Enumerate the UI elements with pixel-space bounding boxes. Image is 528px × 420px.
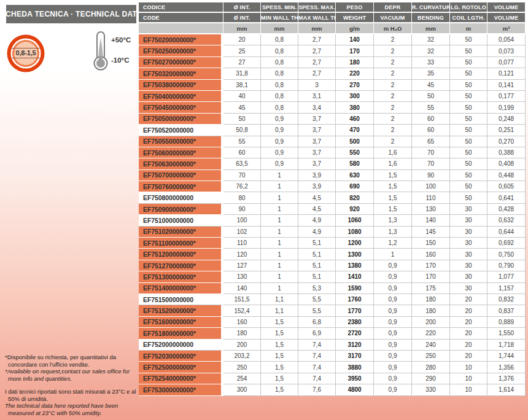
table-row: EF750600000000*600,93,75501,670500,388 [139, 147, 526, 158]
cell-value: 2 [374, 114, 412, 125]
table-row: EF751100000000*11015,112001,2150300,692 [139, 238, 526, 249]
cell-value: 27 [223, 57, 261, 68]
cell-value: 0,9 [261, 158, 298, 169]
cell-value: 290 [412, 373, 450, 384]
cell-value: 1,5 [261, 373, 298, 384]
footnote-it-request: *Disponibile su richiesta, per quantitat… [5, 354, 138, 368]
header-it-0: CODICE [139, 2, 223, 13]
cell-value: 50 [450, 45, 487, 56]
cell-code: EF751400000000* [139, 283, 223, 294]
cell-value: 60 [412, 114, 450, 125]
cell-value: 35 [412, 68, 450, 79]
cell-value: 20 [223, 34, 261, 45]
cell-value: 6,9 [298, 328, 336, 339]
cell-value: 1,5 [374, 204, 412, 215]
cell-value: 38,1 [223, 80, 261, 91]
cell-value: 2 [374, 45, 412, 56]
cell-code: EF751500000000 [139, 294, 223, 305]
header-en-3: MAX WALL TH. [298, 13, 336, 23]
table-row: EF750500000000*500,93,7460260500,248 [139, 114, 526, 125]
cell-value: 1,718 [487, 340, 526, 351]
cell-value: 2 [374, 91, 412, 102]
cell-code: EF750270000000* [139, 57, 223, 68]
cell-value: 1,5 [261, 384, 298, 395]
cell-value: 32 [412, 34, 450, 45]
cell-value: 0,8 [261, 34, 298, 45]
cell-value: 1,376 [487, 373, 526, 384]
cell-value: 300 [223, 384, 261, 395]
table-row: EF750630000000*63,50,93,75801,670500,408 [139, 158, 526, 169]
unit-cell-8: m³ [487, 23, 526, 34]
cell-value: 10 [450, 362, 487, 373]
cell-value: 580 [336, 158, 374, 169]
cell-code: EF750600000000* [139, 147, 223, 158]
cell-value: 2 [374, 57, 412, 68]
cell-code: EF751200000000* [139, 249, 223, 260]
table-row: EF7520000000002001,57,431200,9240201,718 [139, 340, 526, 351]
cell-value: 20 [450, 340, 487, 351]
cell-value: 4,5 [298, 192, 336, 203]
cell-value: 3170 [336, 351, 374, 362]
cell-code: EF753000000000* [139, 384, 223, 395]
cell-code: EF751020000000* [139, 227, 223, 238]
cell-value: 1410 [336, 271, 374, 282]
cell-value: 50 [450, 57, 487, 68]
cell-code: EF750630000000* [139, 158, 223, 169]
cell-value: 920 [336, 204, 374, 215]
cell-value: 30 [450, 227, 487, 238]
cell-value: 1 [261, 271, 298, 282]
cell-value: 0,9 [374, 351, 412, 362]
cell-value: 50 [412, 91, 450, 102]
cell-code: EF750450000000* [139, 102, 223, 113]
cell-value: 0,9 [374, 362, 412, 373]
cell-value: 1,3 [374, 227, 412, 238]
cell-value: 0,750 [487, 249, 526, 260]
cell-value: 60 [412, 125, 450, 136]
cell-value: 20 [450, 305, 487, 316]
table-row: EF750760000000*76,213,96901,5100500,605 [139, 181, 526, 192]
cell-value: 1 [261, 215, 298, 226]
cell-value: 110 [223, 238, 261, 249]
cell-value: 32 [412, 45, 450, 56]
cell-value: 1,5 [261, 340, 298, 351]
cell-value: 3,1 [298, 91, 336, 102]
cell-value: 4800 [336, 384, 374, 395]
cell-code: EF750800000000 [139, 192, 223, 203]
header-it-2: SPESS. MIN. [261, 2, 298, 13]
cell-code: EF751600000000* [139, 317, 223, 328]
table-row: EF751300000000*13015,114100,9170301,077 [139, 271, 526, 282]
cell-value: 130 [412, 204, 450, 215]
unit-cell-2: mm [261, 23, 298, 34]
cell-value: 1,614 [487, 384, 526, 395]
table-row: EF751520000000*152,41,15,517700,9180200,… [139, 305, 526, 316]
cell-value: 2,7 [298, 57, 336, 68]
table-row: EF751020000000*10214,910801,3145300,644 [139, 227, 526, 238]
header-it-8: VOLUME [487, 2, 526, 13]
cell-value: 3,7 [298, 114, 336, 125]
cell-value: 175 [412, 283, 450, 294]
header-en-8: VOLUME [487, 13, 526, 23]
cell-value: 0,790 [487, 260, 526, 271]
cell-code: EF751300000000* [139, 271, 223, 282]
cell-value: 1,5 [261, 328, 298, 339]
cell-value: 0,9 [261, 136, 298, 147]
cell-value: 2 [374, 125, 412, 136]
cell-value: 0,408 [487, 158, 526, 169]
cell-value: 0,251 [487, 125, 526, 136]
cell-value: 0,9 [261, 114, 298, 125]
cell-value: 0,8 [261, 57, 298, 68]
cell-value: 0,8 [261, 102, 298, 113]
cell-value: 50 [450, 102, 487, 113]
cell-value: 7,6 [298, 384, 336, 395]
cell-value: 130 [223, 271, 261, 282]
header-it-5: DEPR [374, 2, 412, 13]
cell-value: 0,9 [374, 260, 412, 271]
cell-value: 3950 [336, 373, 374, 384]
cell-value: 70 [412, 158, 450, 169]
cell-value: 30 [450, 271, 487, 282]
table-row: EF750550000000*550,93,7500265500,270 [139, 136, 526, 147]
cell-value: 50 [450, 136, 487, 147]
unit-cell-1: mm [223, 23, 261, 34]
cell-code: EF752500000000* [139, 362, 223, 373]
cell-value: 1 [261, 283, 298, 294]
